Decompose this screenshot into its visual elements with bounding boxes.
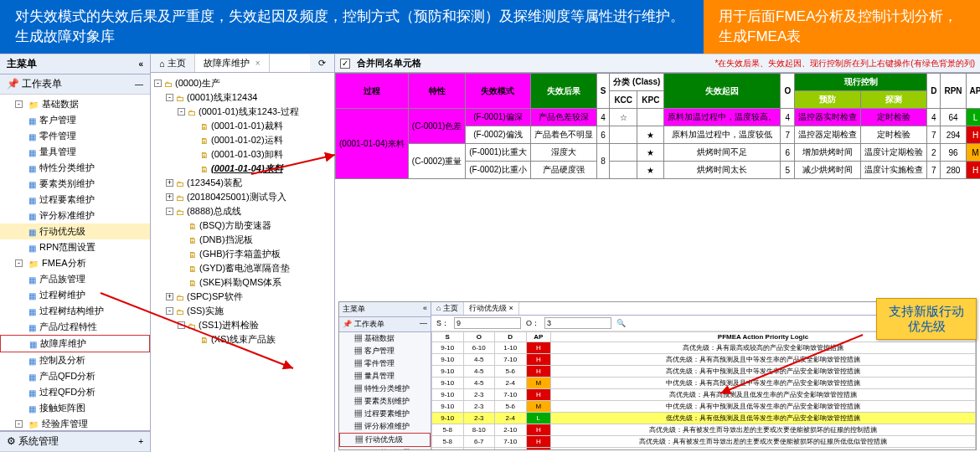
- sidebar-item[interactable]: 故障库维护: [0, 335, 150, 352]
- tree-node[interactable]: (GHB)行李箱盖护板: [152, 247, 333, 261]
- tree-node[interactable]: +(SPC)SP软件: [152, 290, 333, 304]
- mini-sidebar-item[interactable]: ▦ 行动优先级: [339, 433, 431, 447]
- mini-s-input[interactable]: [454, 317, 521, 329]
- close-icon[interactable]: ×: [255, 59, 260, 68]
- sidebar-item[interactable]: 过程树维护: [0, 287, 150, 303]
- mini-o-input[interactable]: [544, 317, 611, 329]
- sidebar-group[interactable]: -FMEA分析: [0, 255, 150, 271]
- mini-sidebar-item[interactable]: ▦ 客户管理: [339, 345, 431, 357]
- mini-main-menu: 主菜单: [343, 304, 365, 315]
- tree-node[interactable]: -(0001-01)线束1243-过程: [152, 105, 333, 119]
- sidebar-item[interactable]: 评分标准维护: [0, 208, 150, 223]
- sidebar-item[interactable]: 量具管理: [0, 144, 150, 160]
- sysadmin-title: 系统管理: [18, 435, 59, 447]
- merge-checkbox[interactable]: [340, 59, 350, 69]
- mini-sidebar-item[interactable]: ▦ 量具管理: [339, 370, 431, 383]
- mini-sidebar-item[interactable]: ▦ RPN范围设置: [339, 447, 431, 450]
- mini-sidebar-item[interactable]: ▦ 基础数据: [339, 332, 431, 345]
- mid-panel: ⌂主页 故障库维护× ⟳ -(0000)生产-(0001)线束12434-(00…: [151, 54, 335, 452]
- mini-worksheet: 工作表单: [354, 320, 384, 328]
- sidebar-item[interactable]: 产品/过程特性: [0, 319, 150, 335]
- sidebar-item[interactable]: RPN范围设置: [0, 239, 150, 255]
- pin-icon: 📌: [7, 78, 19, 90]
- fmea-table[interactable]: 过程 特性 失效模式 失效后果 S 分类 (Class) 失效起因 O 现行控制…: [335, 73, 980, 179]
- tree-node[interactable]: (0001-01-03)卸料: [152, 147, 333, 162]
- mini-tab-active[interactable]: 行动优先级 ×: [464, 302, 519, 315]
- note-text: *在失效后果、失效起因、现行控制所在列上右键操作(有绿色背景的列): [714, 58, 975, 69]
- sidebar-item[interactable]: 控制及分析: [0, 352, 150, 368]
- refresh-icon[interactable]: ⟳: [310, 54, 334, 72]
- tree-node[interactable]: +(123454)装配: [152, 176, 333, 190]
- sidebar-item[interactable]: 过程QFD分析: [0, 384, 150, 400]
- sidebar-item[interactable]: 零件管理: [0, 128, 150, 144]
- sidebar-item[interactable]: 过程树结构维护: [0, 303, 150, 319]
- minimize-icon[interactable]: —: [135, 80, 143, 89]
- sidebar-group[interactable]: -经验库管理: [0, 416, 150, 430]
- mini-search-icon[interactable]: 🔍: [616, 319, 626, 327]
- tree-node[interactable]: (SKE)科勤QMS体系: [152, 275, 333, 290]
- sidebar-item[interactable]: 过程要素维护: [0, 192, 150, 208]
- tree-node[interactable]: -(8888)总成线: [152, 204, 333, 218]
- tree-node[interactable]: (XS)线束产品族: [152, 332, 333, 347]
- sidebar-item[interactable]: 客户管理: [0, 112, 150, 128]
- tree-node[interactable]: (0001-01-01)裁料: [152, 119, 333, 133]
- mini-s-label: S：: [436, 318, 449, 329]
- worksheet-title: 工作表单: [22, 78, 62, 90]
- tab-home[interactable]: ⌂主页: [151, 54, 195, 72]
- tree-node[interactable]: (DNB)挡泥板: [152, 233, 333, 247]
- gear-icon: ⚙: [7, 435, 16, 447]
- tab-failure-lib[interactable]: 故障库维护×: [195, 54, 270, 72]
- sidebar-item[interactable]: 要素类别维护: [0, 176, 150, 192]
- main-menu-title: 主菜单: [7, 57, 37, 71]
- sidebar-item[interactable]: 产品族管理: [0, 271, 150, 287]
- mini-sidebar-item[interactable]: ▦ 要素类别维护: [339, 395, 431, 408]
- tree-node[interactable]: -(0000)生产: [152, 76, 333, 90]
- mini-collapse-icon[interactable]: «: [423, 304, 427, 315]
- banner-orange: 用于后面FMEA分析及控制计划分析，生成FMEA表: [704, 0, 980, 54]
- sidebar-item[interactable]: 特性分类维护: [0, 160, 150, 176]
- banner-blue: 对失效模式的失效后果及严重度，失效起因及频度，控制方式（预防和探测）及探维测度等…: [0, 0, 704, 54]
- tree-node[interactable]: -(0001)线束12434: [152, 90, 333, 105]
- ap-logic-table[interactable]: SODAPPFMEA Action Priority Logic9-106-10…: [431, 331, 976, 449]
- home-icon: ⌂: [159, 59, 165, 69]
- sidebar-item[interactable]: 接触矩阵图: [0, 400, 150, 416]
- mini-sidebar-item[interactable]: ▦ 特性分类维护: [339, 383, 431, 395]
- mini-tab-home[interactable]: ⌂ 主页: [431, 302, 464, 315]
- tree-node[interactable]: -(SS1)进料检验: [152, 318, 333, 332]
- tree-node[interactable]: (0001-01-02)运料: [152, 133, 333, 147]
- tree-node[interactable]: -(SS)实施: [152, 304, 333, 318]
- mini-sidebar-item[interactable]: ▦ 零件管理: [339, 357, 431, 370]
- sidebar: 主菜单 « 📌 工作表单 — -基础数据客户管理零件管理量具管理特性分类维护要素…: [0, 54, 151, 452]
- expand-icon[interactable]: +: [138, 437, 143, 446]
- tree-node[interactable]: (0001-01-04)来料: [152, 162, 333, 176]
- tree-node[interactable]: (GYD)蓄电池罩隔音垫: [152, 261, 333, 275]
- sidebar-group[interactable]: -基础数据: [0, 96, 150, 112]
- sidebar-item[interactable]: 产品QFD分析: [0, 368, 150, 384]
- callout-label: 支持新版行动优先级: [876, 298, 977, 340]
- sidebar-item[interactable]: 行动优先级: [0, 223, 150, 239]
- mini-o-label: O：: [526, 318, 539, 329]
- mini-sidebar-item[interactable]: ▦ 过程要素维护: [339, 408, 431, 420]
- mini-sidebar-item[interactable]: ▦ 评分标准维护: [339, 420, 431, 433]
- collapse-icon[interactable]: «: [138, 59, 143, 69]
- merge-label: 合并同名单元格: [357, 57, 421, 69]
- tree-node[interactable]: +(20180425001)测试导入: [152, 190, 333, 204]
- tree-node[interactable]: (BSQ)方助变速器: [152, 218, 333, 233]
